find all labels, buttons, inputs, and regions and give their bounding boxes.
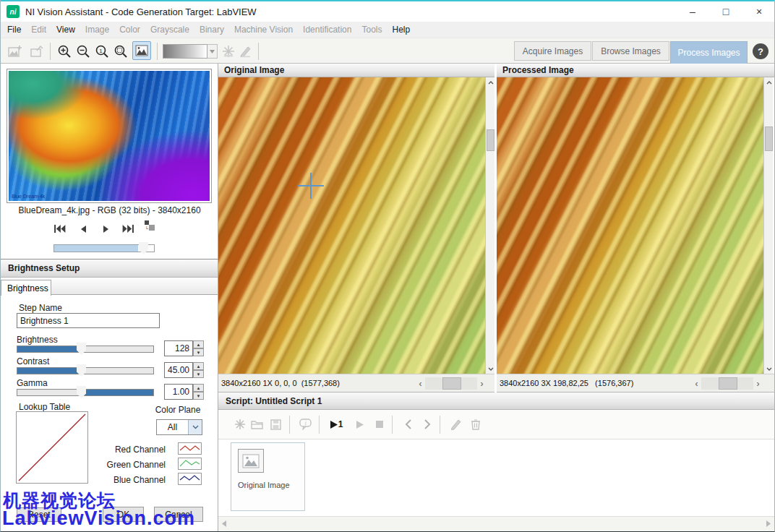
last-image-button[interactable]: [121, 222, 135, 235]
gamma-label: Gamma: [17, 378, 48, 388]
scroll-left-icon[interactable]: ‹: [416, 377, 425, 390]
window-controls: – □ ×: [676, 1, 775, 22]
menu-help[interactable]: Help: [388, 22, 416, 38]
palette-gradient-swatch[interactable]: [163, 44, 207, 59]
scroll-right-icon[interactable]: ›: [753, 377, 763, 390]
help-button[interactable]: ?: [753, 43, 768, 59]
maximize-button[interactable]: □: [709, 1, 742, 22]
export-image-icon[interactable]: [28, 43, 46, 60]
scrollbar-thumb[interactable]: [442, 377, 461, 390]
new-script-icon[interactable]: [233, 418, 247, 431]
gamma-spinner: ▲ ▼: [193, 384, 204, 400]
step-name-input[interactable]: [17, 313, 160, 328]
comment-icon[interactable]: i: [299, 418, 313, 431]
brightness-value-field[interactable]: 128: [164, 340, 193, 356]
spinner-down-icon[interactable]: ▼: [193, 392, 204, 400]
first-image-button[interactable]: [52, 222, 67, 235]
spinner-up-icon[interactable]: ▲: [193, 340, 204, 348]
edit-pencil-icon[interactable]: [238, 43, 254, 60]
scrollbar-thumb[interactable]: [719, 377, 737, 390]
svg-text:i: i: [304, 420, 306, 426]
scroll-right-icon[interactable]: ›: [477, 377, 487, 390]
open-script-icon[interactable]: [250, 418, 265, 431]
processed-vertical-scrollbar[interactable]: [763, 77, 773, 374]
scrollbar-thumb[interactable]: [487, 129, 494, 151]
scrollbar-track[interactable]: [701, 377, 753, 390]
scroll-right-icon[interactable]: [766, 520, 771, 527]
image-display-tool-icon[interactable]: [132, 41, 151, 60]
next-image-button[interactable]: [99, 223, 114, 236]
save-script-icon[interactable]: [268, 418, 283, 431]
scroll-left-icon[interactable]: ‹: [692, 377, 701, 390]
contrast-value-field[interactable]: 45.00: [164, 362, 193, 378]
threshold-icon[interactable]: [220, 43, 236, 60]
run-once-button[interactable]: 1: [327, 418, 346, 431]
contrast-slider-thumb[interactable]: [77, 364, 86, 377]
menu-tools[interactable]: Tools: [356, 22, 387, 38]
scroll-down-icon[interactable]: [486, 364, 495, 374]
gamma-value-field[interactable]: 1.00: [164, 384, 193, 400]
menu-grayscale[interactable]: Grayscale: [145, 22, 194, 38]
menu-file[interactable]: File: [2, 22, 26, 38]
menu-image[interactable]: Image: [80, 22, 114, 38]
original-vertical-scrollbar[interactable]: [485, 77, 494, 374]
ok-button[interactable]: OK: [103, 507, 144, 522]
tab-browse-images[interactable]: Browse Images: [592, 41, 669, 61]
run-script-icon[interactable]: [353, 418, 367, 431]
color-plane-dropdown[interactable]: All: [156, 419, 202, 435]
spinner-down-icon[interactable]: ▼: [193, 348, 204, 356]
svg-text:L: L: [146, 226, 149, 230]
spinner-up-icon[interactable]: ▲: [193, 384, 204, 392]
spinner-down-icon[interactable]: ▼: [193, 370, 204, 378]
zoom-1x-icon[interactable]: 1: [93, 43, 111, 60]
processed-image-view[interactable]: [497, 77, 763, 374]
delete-step-icon[interactable]: [468, 418, 483, 431]
previous-image-button[interactable]: [76, 223, 90, 236]
green-channel-label: Green Channel: [44, 460, 166, 470]
script-horizontal-scrollbar[interactable]: [218, 516, 775, 531]
thumbnail-view-button[interactable]: L: [142, 219, 157, 232]
gamma-slider-thumb[interactable]: [77, 386, 86, 398]
menu-edit[interactable]: Edit: [26, 22, 51, 38]
stop-script-icon[interactable]: [372, 418, 387, 431]
original-image-view[interactable]: [218, 77, 485, 374]
palette-dropdown-button[interactable]: [207, 44, 218, 59]
scroll-up-icon[interactable]: [486, 77, 495, 87]
zoom-out-icon[interactable]: [74, 43, 92, 60]
brightness-slider-fill: [17, 346, 81, 352]
menu-identification[interactable]: Identification: [298, 22, 356, 38]
scrollbar-track[interactable]: [425, 377, 477, 390]
scroll-down-icon[interactable]: [764, 364, 774, 374]
menu-binary[interactable]: Binary: [194, 22, 229, 38]
step-back-icon[interactable]: [401, 418, 416, 431]
scrollbar-thumb[interactable]: [765, 126, 773, 151]
chevron-down-icon[interactable]: [188, 420, 202, 434]
scroll-left-icon[interactable]: [222, 520, 226, 527]
navigation-slider-thumb[interactable]: [139, 242, 148, 254]
menu-machine-vision[interactable]: Machine Vision: [229, 22, 298, 38]
spinner-up-icon[interactable]: ▲: [193, 362, 204, 370]
setup-panel-header: Brightness Setup: [1, 259, 218, 278]
brightness-slider-thumb[interactable]: [77, 343, 86, 355]
image-step-icon: [238, 449, 264, 473]
tab-brightness[interactable]: Brightness: [1, 280, 51, 296]
menu-view[interactable]: View: [51, 22, 80, 38]
reset-button[interactable]: Reset: [17, 507, 61, 522]
script-steps-area: Original Image: [218, 439, 775, 516]
tab-process-images[interactable]: Process Images: [670, 41, 748, 64]
minimize-button[interactable]: –: [676, 1, 709, 22]
tab-acquire-images[interactable]: Acquire Images: [514, 41, 591, 61]
close-button[interactable]: ×: [742, 1, 775, 22]
menu-color[interactable]: Color: [114, 22, 145, 38]
scroll-up-icon[interactable]: [764, 77, 774, 87]
zoom-in-icon[interactable]: [56, 43, 73, 60]
edit-step-icon[interactable]: [449, 418, 463, 431]
script-step-original-image[interactable]: Original Image: [231, 442, 305, 511]
image-thumbnail[interactable]: Blue Dream 4k: [9, 71, 210, 201]
cancel-button[interactable]: Cancel: [154, 507, 203, 522]
processed-horizontal-scrollbar[interactable]: ‹ ›: [692, 377, 763, 390]
step-forward-icon[interactable]: [420, 418, 434, 431]
original-horizontal-scrollbar[interactable]: ‹ ›: [416, 377, 487, 390]
zoom-fit-icon[interactable]: [112, 43, 129, 60]
acquire-image-icon[interactable]: [7, 43, 24, 60]
